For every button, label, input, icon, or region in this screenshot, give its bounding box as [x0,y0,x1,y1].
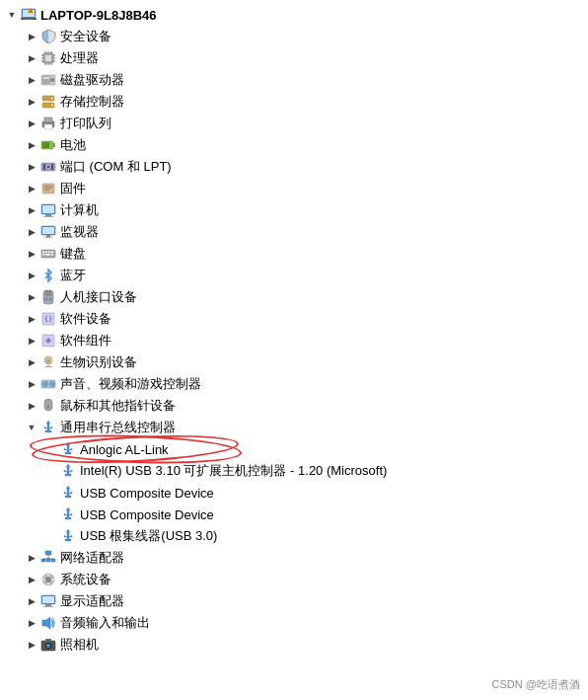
expander-keyboard[interactable] [24,246,39,262]
label-usb-comp1: USB Composite Device [80,486,588,501]
expander-mouse[interactable] [24,398,39,414]
expander-bluetooth[interactable] [24,268,39,283]
tree-item-anlogic[interactable]: Anlogic AL-Link [0,438,588,460]
svg-rect-33 [53,143,55,147]
expander-security[interactable] [24,29,39,44]
tree-item-keyboard[interactable]: 键盘 [0,243,588,265]
expander-monitor[interactable] [24,224,39,240]
svg-rect-101 [45,639,51,642]
shield-icon-security [39,28,57,45]
expander-sound[interactable] [24,376,39,392]
audio-icon-audioout [39,614,57,632]
label-softcomp: 软件组件 [60,332,588,350]
tree-item-processor[interactable]: 处理器 [0,47,588,69]
expander-battery[interactable] [24,137,39,153]
expander-storage[interactable] [24,94,39,110]
usb-icon-usb [39,419,57,436]
label-usb: 通用串行总线控制器 [60,419,588,436]
expander-softcomp[interactable] [24,333,39,349]
svg-rect-81 [45,551,51,555]
tree-item-monitor[interactable]: 监视器 [0,221,588,243]
tree-item-storage[interactable]: 存储控制器 [0,91,588,113]
tree-item-computer[interactable]: 计算机 [0,199,588,221]
label-biometric: 生物识别设备 [60,353,588,371]
tree-item-intel-usb[interactable]: Intel(R) USB 3.10 可扩展主机控制器 - 1.20 (Micro… [0,460,588,482]
tree-item-security[interactable]: 安全设备 [0,26,588,47]
label-audioout: 音频输入和输出 [60,614,588,632]
expander-usb-comp2[interactable] [43,506,59,522]
tree-item-bluetooth[interactable]: 蓝牙 [0,265,588,286]
expander-displayadapt[interactable] [24,593,39,609]
label-processor: 处理器 [60,49,588,67]
svg-rect-58 [48,252,50,254]
expander-firmware[interactable] [24,181,39,196]
expander-usb[interactable] [24,420,39,435]
tree-item-audioout[interactable]: 音频输入和输出 [0,612,588,634]
expander-anlogic[interactable] [43,441,59,457]
expander-printqueue[interactable] [24,116,39,131]
tree-item-usb-comp2[interactable]: USB Composite Device [0,504,588,525]
tree-item-softdev[interactable]: {} 软件设备 [0,308,588,330]
tree-item-softcomp[interactable]: 软件组件 [0,330,588,351]
expander-audioout[interactable] [24,615,39,631]
svg-point-80 [47,405,50,409]
tree-item-hid[interactable]: 人机接口设备 [0,286,588,308]
svg-rect-52 [42,227,54,234]
svg-rect-83 [46,559,50,562]
printer-icon-printqueue [39,115,57,132]
tree-item-comport[interactable]: 端口 (COM 和 LPT) [0,156,588,178]
tree-item-diskdrive[interactable]: 磁盘驱动器 [0,69,588,91]
watermark: CSDN @吃语煮酒 [492,677,580,692]
usbdev-icon-usb-comp2 [59,506,77,523]
expander-intel-usb[interactable] [43,463,59,479]
biometric-icon-biometric [39,353,57,371]
label-diskdrive: 磁盘驱动器 [60,71,588,89]
label-usb-comp2: USB Composite Device [80,507,588,522]
svg-point-76 [43,382,48,387]
tree-item-usb-root[interactable]: USB 根集线器(USB 3.0) [0,525,588,547]
tree-item-camera[interactable]: 照相机 [0,634,588,656]
expander-processor[interactable] [24,50,39,66]
label-computer: 计算机 [60,201,588,219]
label-softdev: 软件设备 [60,310,588,328]
svg-rect-48 [42,205,54,213]
root-expander[interactable] [4,7,20,23]
tree-item-printqueue[interactable]: 打印队列 [0,113,588,134]
label-keyboard: 键盘 [60,245,588,263]
tree-item-biometric[interactable]: 生物识别设备 [0,351,588,373]
svg-point-42 [51,168,53,170]
expander-sysdev[interactable] [24,572,39,587]
svg-rect-61 [45,254,50,256]
tree-item-sound[interactable]: 声音、视频和游戏控制器 [0,373,588,395]
svg-rect-96 [43,606,53,607]
expander-camera[interactable] [24,637,39,653]
expander-diskdrive[interactable] [24,72,39,88]
comport-icon-comport [39,158,57,176]
expander-computer[interactable] [24,202,39,218]
expander-biometric[interactable] [24,354,39,370]
tree-item-battery[interactable]: 电池 [0,134,588,156]
svg-rect-62 [51,254,53,256]
expander-netadapter[interactable] [24,550,39,566]
label-firmware: 固件 [60,180,588,197]
tree-item-displayadapt[interactable]: 显示适配器 [0,590,588,612]
laptop-icon: ! [20,6,37,24]
expander-comport[interactable] [24,159,39,175]
svg-rect-94 [42,596,54,603]
tree-item-usb[interactable]: 通用串行总线控制器 [0,417,588,438]
device-manager: ! LAPTOP-9L8J8B46 安全设备处理器磁盘驱动器存储控制器打印队列电… [0,0,588,700]
tree-item-netadapter[interactable]: 网络适配器 [0,547,588,569]
expander-usb-root[interactable] [43,528,59,544]
expander-softdev[interactable] [24,311,39,327]
expander-usb-comp1[interactable] [43,485,59,501]
label-battery: 电池 [60,136,588,154]
tree-item-mouse[interactable]: 鼠标和其他指针设备 [0,395,588,417]
mouse-icon-mouse [39,397,57,415]
svg-point-71 [44,356,52,364]
tree-item-sysdev[interactable]: 系统设备 [0,569,588,590]
tree-item-firmware[interactable]: 固件 [0,178,588,199]
tree-item-usb-comp1[interactable]: USB Composite Device [0,482,588,504]
tree-root[interactable]: ! LAPTOP-9L8J8B46 [0,4,588,26]
sound-icon-sound [39,375,57,393]
expander-hid[interactable] [24,289,39,305]
